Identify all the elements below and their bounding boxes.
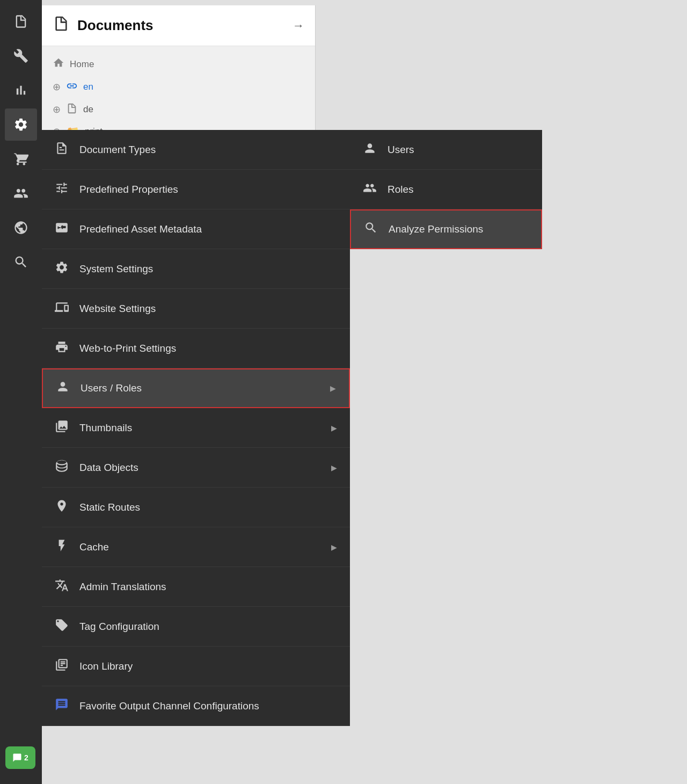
menu-item-tag-configuration[interactable]: Tag Configuration [42,607,350,647]
menu-item-static-routes[interactable]: Static Routes [42,488,350,527]
cache-chevron: ▶ [331,543,337,551]
link-icon-en [66,80,78,94]
submenu-item-roles[interactable]: Roles [350,170,542,209]
menu-label-icon-library: Icon Library [79,660,337,672]
documents-panel: Documents → Home ⊕ en ⊕ de ⊕ [42,5,316,149]
menu-item-data-objects[interactable]: Data Objects ▶ [42,448,350,488]
menu-label-static-routes: Static Routes [79,502,337,513]
settings-menu: Document Types Predefined Properties Pre… [42,130,350,726]
submenu-users-icon [363,141,377,158]
thumbnails-chevron: ▶ [331,424,337,432]
notification-count: 2 [24,753,28,762]
web-to-print-settings-icon [55,340,69,357]
data-objects-chevron: ▶ [331,463,337,472]
documents-header-icon [53,15,70,36]
submenu-users-roles: Users Roles Analyze Permissions [350,130,542,249]
menu-item-predefined-asset-metadata[interactable]: Predefined Asset Metadata [42,209,350,249]
sidebar-icon-search[interactable] [5,246,37,278]
menu-item-users-roles[interactable]: Users / Roles ▶ [42,368,350,408]
predefined-properties-icon [55,181,69,198]
submenu-analyze-permissions-icon [364,221,378,238]
doc-icon-de [66,103,78,117]
static-routes-icon [55,499,69,516]
menu-item-website-settings[interactable]: Website Settings [42,289,350,329]
predefined-asset-metadata-icon [55,221,69,238]
tree-item-de[interactable]: ⊕ de [50,98,306,121]
users-roles-chevron: ▶ [330,384,336,393]
menu-label-cache: Cache [79,541,320,553]
tag-configuration-icon [55,618,69,635]
icon-library-icon [55,658,69,675]
menu-label-web-to-print-settings: Web-to-Print Settings [79,343,337,354]
tree-item-home[interactable]: Home [50,53,306,76]
menu-label-tag-configuration: Tag Configuration [79,621,337,633]
menu-item-system-settings[interactable]: System Settings [42,249,350,289]
sidebar-icon-wrench[interactable] [5,40,37,72]
data-objects-icon [55,459,69,476]
submenu-label-analyze-permissions: Analyze Permissions [389,223,483,235]
submenu-roles-icon [363,181,377,198]
menu-label-data-objects: Data Objects [79,462,320,474]
submenu-item-analyze-permissions[interactable]: Analyze Permissions [350,209,542,249]
cache-icon [55,539,69,556]
plus-btn-de[interactable]: ⊕ [53,104,61,115]
menu-item-admin-translations[interactable]: Admin Translations [42,567,350,607]
menu-label-favorite-output: Favorite Output Channel Configurations [79,700,337,712]
sidebar-icon-users[interactable] [5,177,37,209]
plus-btn-en[interactable]: ⊕ [53,81,61,93]
documents-arrow[interactable]: → [293,19,304,33]
notification-badge[interactable]: 2 [5,746,35,769]
submenu-label-users: Users [388,144,414,156]
menu-item-favorite-output[interactable]: Favorite Output Channel Configurations [42,686,350,726]
menu-item-icon-library[interactable]: Icon Library [42,647,350,686]
tree-item-en[interactable]: ⊕ en [50,76,306,98]
documents-header: Documents → [42,5,315,46]
tree-label-home: Home [70,59,94,70]
menu-label-thumbnails: Thumbnails [79,422,320,434]
document-types-icon [55,141,69,158]
users-roles-icon [56,380,70,397]
sidebar-icon-document[interactable] [5,5,37,38]
sidebar-icon-cart[interactable] [5,143,37,175]
menu-label-predefined-properties: Predefined Properties [79,184,337,195]
system-settings-icon [55,260,69,278]
menu-label-document-types: Document Types [79,144,337,156]
website-settings-icon [55,300,69,317]
thumbnails-icon [55,419,69,437]
sidebar: 2 [0,0,42,784]
menu-label-predefined-asset-metadata: Predefined Asset Metadata [79,223,337,235]
submenu-item-users[interactable]: Users [350,130,542,170]
sidebar-icon-chart[interactable] [5,74,37,106]
menu-label-website-settings: Website Settings [79,303,337,315]
menu-label-admin-translations: Admin Translations [79,581,337,593]
admin-translations-icon [55,578,69,596]
tree-label-en: en [83,82,93,92]
sidebar-icon-settings[interactable] [5,108,37,141]
home-icon [53,57,64,71]
submenu-label-roles: Roles [388,184,414,195]
documents-title: Documents [77,17,293,34]
menu-item-cache[interactable]: Cache ▶ [42,527,350,567]
sidebar-icon-network[interactable] [5,212,37,244]
tree-label-de: de [83,104,93,115]
menu-item-web-to-print-settings[interactable]: Web-to-Print Settings [42,329,350,368]
menu-item-thumbnails[interactable]: Thumbnails ▶ [42,408,350,448]
menu-item-predefined-properties[interactable]: Predefined Properties [42,170,350,209]
menu-item-document-types[interactable]: Document Types [42,130,350,170]
menu-label-system-settings: System Settings [79,263,337,275]
menu-label-users-roles: Users / Roles [81,382,319,394]
favorite-output-icon [55,698,69,715]
